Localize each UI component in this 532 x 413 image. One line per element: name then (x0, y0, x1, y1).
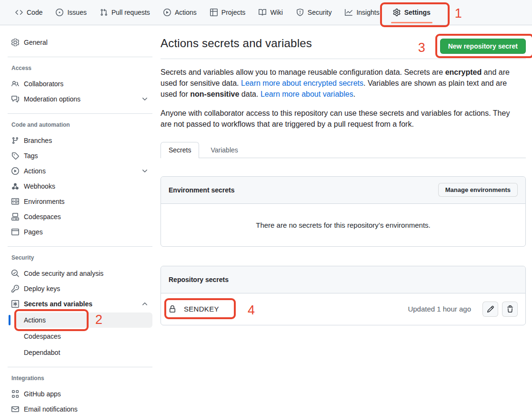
nav-tab-security[interactable]: Security (290, 0, 339, 25)
sidebar-divider (8, 113, 152, 114)
description-paragraph-1: Secrets and variables allow you to manag… (161, 67, 522, 100)
sidebar-item-secrets-and-variables[interactable]: Secrets and variables (8, 296, 152, 312)
sidebar-item-collaborators[interactable]: Collaborators (8, 76, 152, 91)
active-sidebar-indicator (9, 315, 10, 325)
repository-secrets-header: Repository secrets (161, 266, 525, 293)
secret-row: SENDKEY 4 Updated 1 hour ago (161, 293, 525, 325)
sidebar-section-code-automation: Code and automation (8, 121, 152, 128)
code-icon (15, 9, 23, 16)
people-icon (11, 80, 19, 88)
delete-secret-button[interactable] (502, 302, 518, 317)
lock-icon (169, 305, 176, 313)
sidebar-subitem-codespaces[interactable]: Codespaces (15, 329, 152, 344)
tab-secrets[interactable]: Secrets (161, 142, 199, 158)
codescan-icon (11, 270, 19, 277)
repository-secrets-title: Repository secrets (169, 276, 229, 283)
chevron-down-icon (141, 167, 149, 175)
sidebar-divider (8, 57, 152, 57)
active-tab-underline (391, 22, 432, 23)
environment-secrets-box: Environment secrets Manage environments … (161, 176, 526, 247)
sidebar-item-code-security[interactable]: Code security and analysis (8, 266, 152, 281)
annotation-number-1: 1 (455, 7, 462, 20)
sidebar-divider (8, 246, 152, 247)
sidebar-item-tags[interactable]: Tags (8, 148, 152, 163)
secret-row-actions: Updated 1 hour ago (408, 302, 518, 317)
environment-secrets-header: Environment secrets Manage environments (161, 177, 525, 204)
table-icon (210, 9, 218, 16)
webhook-icon (11, 182, 19, 190)
server-icon (11, 198, 19, 205)
sidebar-item-codespaces[interactable]: Codespaces (8, 209, 152, 224)
git-pull-request-icon (100, 9, 108, 16)
book-icon (259, 9, 266, 16)
nav-tab-projects[interactable]: Projects (203, 0, 252, 25)
settings-sidebar: General Access Collaborators Moderation … (0, 25, 161, 413)
annotation-number-2: 2 (95, 313, 102, 326)
chevron-down-icon (141, 95, 149, 103)
nav-tab-wiki[interactable]: Wiki (252, 0, 289, 25)
annotation-number-3: 3 (418, 41, 425, 54)
sidebar-item-moderation-options[interactable]: Moderation options (8, 91, 152, 107)
link-learn-encrypted-secrets[interactable]: Learn more about encrypted secrets (241, 79, 363, 87)
sidebar-item-branches[interactable]: Branches (8, 133, 152, 148)
nav-tab-actions[interactable]: Actions (157, 0, 203, 25)
new-repository-secret-button[interactable]: New repository secret (440, 39, 526, 54)
sidebar-item-actions[interactable]: Actions (8, 163, 152, 179)
sidebar-item-environments[interactable]: Environments (8, 194, 152, 209)
secret-updated-text: Updated 1 hour ago (408, 305, 471, 313)
page-header: Actions secrets and variables New reposi… (161, 37, 526, 59)
browser-icon (11, 228, 19, 236)
chevron-up-icon (141, 300, 149, 308)
nav-tab-code[interactable]: Code (9, 0, 49, 25)
pencil-icon (487, 305, 494, 313)
tab-variables[interactable]: Variables (203, 142, 245, 158)
sidebar-item-github-apps[interactable]: GitHub apps (8, 386, 152, 402)
manage-environments-button[interactable]: Manage environments (438, 183, 518, 197)
comment-discussion-icon (11, 95, 19, 103)
sidebar-item-pages[interactable]: Pages (8, 224, 152, 240)
edit-secret-button[interactable] (482, 302, 498, 317)
sidebar-item-email-notifications[interactable]: Email notifications (8, 402, 152, 413)
description-paragraph-2: Anyone with collaborator access to this … (161, 108, 522, 130)
secret-name-wrap: SENDKEY 4 (169, 305, 230, 313)
codespaces-icon (11, 213, 19, 221)
git-branch-icon (11, 137, 19, 144)
sidebar-item-deploy-keys[interactable]: Deploy keys (8, 281, 152, 296)
link-learn-variables[interactable]: Learn more about variables (261, 90, 353, 98)
mail-icon (11, 405, 19, 413)
play-icon (11, 167, 19, 175)
new-secret-button-wrap: New repository secret 3 (440, 39, 526, 54)
apps-icon (11, 390, 19, 398)
nav-tab-settings[interactable]: Settings 1 (386, 0, 437, 25)
graph-icon (345, 9, 352, 16)
secrets-variables-tabnav: Secrets Variables (161, 142, 526, 158)
nav-tab-insights[interactable]: Insights (338, 0, 386, 25)
trash-icon (506, 305, 514, 313)
sidebar-section-integrations: Integrations (8, 375, 152, 382)
key-icon (11, 285, 19, 292)
sidebar-divider (8, 367, 152, 367)
sidebar-item-webhooks[interactable]: Webhooks (8, 179, 152, 194)
repo-tab-bar: Code Issues Pull requests Actions Projec… (0, 0, 532, 25)
shield-icon (296, 9, 304, 16)
play-icon (163, 9, 171, 16)
key-asterisk-icon (11, 300, 19, 308)
sidebar-section-security: Security (8, 254, 152, 261)
tag-icon (11, 152, 19, 160)
repository-secrets-box: Repository secrets SENDKEY 4 Updated 1 h… (161, 266, 526, 325)
secret-name: SENDKEY (184, 305, 219, 313)
sidebar-subitem-actions[interactable]: Actions 2 (15, 312, 152, 328)
annotation-number-4: 4 (248, 304, 255, 317)
nav-tab-issues[interactable]: Issues (49, 0, 93, 25)
sidebar-subitem-dependabot[interactable]: Dependabot (15, 345, 152, 360)
issue-opened-icon (56, 9, 63, 16)
gear-icon (393, 9, 401, 16)
gear-icon (11, 39, 19, 46)
main-content: Actions secrets and variables New reposi… (161, 25, 532, 325)
sidebar-item-general[interactable]: General (8, 35, 152, 50)
page-title: Actions secrets and variables (161, 37, 312, 50)
sidebar-section-access: Access (8, 65, 152, 71)
environment-secrets-empty-message: There are no secrets for this repository… (161, 204, 525, 246)
environment-secrets-title: Environment secrets (169, 186, 235, 194)
nav-tab-pull-requests[interactable]: Pull requests (93, 0, 157, 25)
